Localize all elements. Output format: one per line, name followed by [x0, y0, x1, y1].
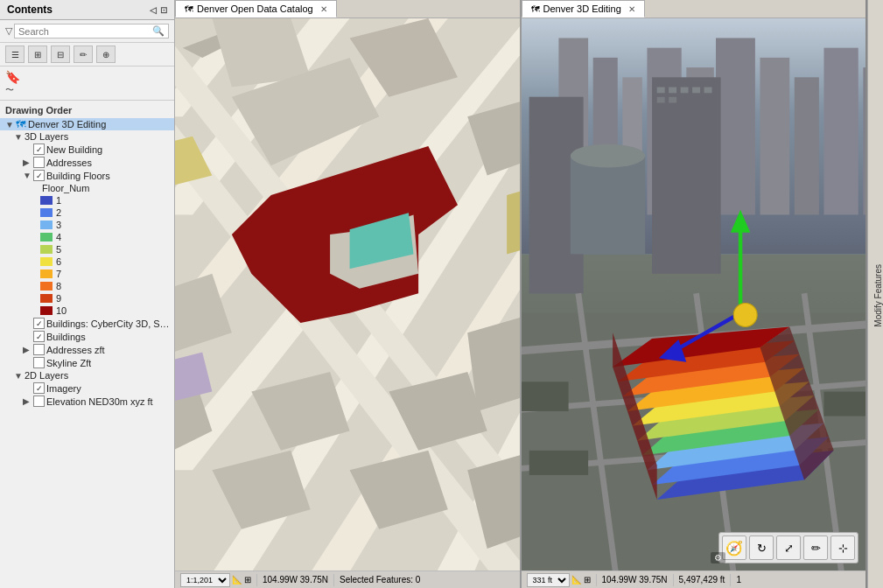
scale-select-3d[interactable]: 331 ft [527, 573, 570, 587]
nav-controls-3d: 🧭 ↻ ⤢ ✏ ⊹ [718, 532, 858, 564]
scale-section-3d: 331 ft 📐 ⊞ [527, 573, 591, 587]
addresses-label: Addresses [46, 158, 92, 168]
svg-marker-28 [507, 186, 519, 255]
map-tab-bar-2d: 🗺 Denver Open Data Catalog ✕ [175, 0, 520, 18]
svg-rect-41 [823, 48, 858, 215]
svg-rect-48 [652, 77, 721, 273]
coords-3d: 104.99W 39.75N [602, 575, 668, 584]
sidebar-menu-icon[interactable]: ⊡ [160, 5, 167, 15]
floor-3-label: 3 [56, 220, 61, 230]
expand-3d-icon[interactable]: ▼ [14, 132, 25, 142]
sidebar-chevron-icon[interactable]: 〜 [5, 85, 14, 94]
swatch-floor-3 [40, 220, 53, 229]
divider3d-2 [673, 574, 674, 586]
map-tab-3d[interactable]: 🗺 Denver 3D Editing ✕ [522, 0, 645, 18]
filter-button[interactable]: ⊟ [51, 46, 70, 63]
scale-icon-1[interactable]: 📐 [232, 575, 242, 584]
status-bar-2d: 1:1,201 📐 ⊞ 104.99W 39.75N Selected Feat… [175, 570, 520, 588]
checkbox-buildings[interactable]: ✓ [33, 331, 45, 342]
floor-5-label: 5 [56, 244, 61, 255]
expand-2d-icon[interactable]: ▼ [14, 371, 25, 381]
buildings-cc-label: Buildings: CyberCity 3D, Sanbor [46, 318, 174, 329]
tree-item-elevation[interactable]: ▶ Elevation NED30m xyz ft [0, 395, 174, 408]
tree-item-building-floors[interactable]: ▼ ✓ Building Floors [0, 169, 174, 182]
tree-item-addresses-zft[interactable]: ▶ Addresses zft [0, 343, 174, 356]
swatch-floor-2 [40, 208, 53, 217]
swatch-floor-6 [40, 257, 53, 266]
tree-floor-num[interactable]: Floor_Num [0, 182, 174, 194]
elevation-3d: 5,497,429 ft [679, 575, 725, 584]
checkbox-building-floors[interactable]: ✓ [33, 170, 45, 181]
map-viewport-3d[interactable]: 🧭 ↻ ⤢ ✏ ⊹ ⚙ 331 ft 📐 [522, 18, 866, 588]
selected-features: Selected Features: 0 [340, 575, 420, 584]
search-input[interactable] [18, 26, 152, 37]
map-viewport-2d[interactable]: 1:1,201 📐 ⊞ 104.99W 39.75N Selected Feat… [175, 18, 520, 588]
sidebar-pin-icon[interactable]: ◁ [150, 5, 157, 15]
map-tab-3d-close[interactable]: ✕ [628, 4, 635, 14]
checkbox-imagery[interactable]: ✓ [33, 382, 45, 394]
floor-10-label: 10 [56, 305, 67, 316]
sidebar-content: Drawing Order ▼ 🗺 Denver 3D Editing ▼ 3D… [0, 101, 174, 588]
2d-layers-label: 2D Layers [25, 370, 68, 381]
scale-icon-2[interactable]: ⊞ [244, 575, 251, 584]
floor-2-label: 2 [56, 207, 61, 218]
swatch-floor-1 [40, 196, 53, 205]
map-tab-2d[interactable]: 🗺 Denver Open Data Catalog ✕ [175, 0, 337, 18]
tree-item-skyline-zft[interactable]: Skyline Zft [0, 356, 174, 369]
expand-addresses[interactable]: ▶ [23, 158, 33, 167]
expand-building-floors[interactable]: ▼ [23, 171, 33, 180]
add-button[interactable]: ⊕ [96, 46, 116, 63]
svg-rect-53 [704, 88, 711, 94]
tree-item-addresses[interactable]: ▶ Addresses [0, 156, 174, 169]
checkbox-addresses[interactable] [33, 157, 45, 168]
scale-select[interactable]: 1:1,201 [180, 573, 230, 587]
floor-4-label: 4 [56, 232, 61, 242]
legend-floor-8: 8 [0, 280, 174, 292]
tree-item-imagery[interactable]: ✓ Imagery [0, 382, 174, 395]
addresses-zft-label: Addresses zft [46, 345, 105, 355]
expand-root-icon[interactable]: ▼ [5, 120, 16, 130]
nav-btn-edit[interactable]: ✏ [803, 536, 828, 560]
checkbox-new-building[interactable]: ✓ [33, 144, 45, 155]
search-icon: 🔍 [152, 25, 165, 37]
checkbox-buildings-cc[interactable]: ✓ [33, 318, 45, 329]
scale-3d-icon1[interactable]: 📐 [571, 575, 582, 584]
table-view-button[interactable]: ⊞ [28, 46, 47, 63]
tree-3d-layers[interactable]: ▼ 3D Layers [0, 130, 174, 143]
floor-6-label: 6 [56, 256, 61, 267]
floor-7-label: 7 [56, 269, 61, 279]
map-panel-3d: 🗺 Denver 3D Editing ✕ [522, 0, 868, 588]
tree-item-buildings[interactable]: ✓ Buildings [0, 330, 174, 343]
nav-btn-compass[interactable]: 🧭 [722, 536, 746, 560]
map-tab-2d-close[interactable]: ✕ [320, 4, 327, 14]
checkbox-addresses-zft[interactable] [33, 344, 45, 355]
edit-button[interactable]: ✏ [74, 46, 93, 63]
checkbox-skyline[interactable] [33, 357, 45, 368]
expand-addresses-zft[interactable]: ▶ [23, 345, 33, 354]
filter-icon[interactable]: ▽ [5, 25, 12, 37]
tree-item-new-building[interactable]: ✓ New Building [0, 143, 174, 156]
list-view-button[interactable]: ☰ [5, 46, 25, 63]
tree-2d-layers[interactable]: ▼ 2D Layers [0, 369, 174, 382]
gear-icon-3d[interactable]: ⚙ [711, 552, 725, 564]
tree-item-buildings-cc[interactable]: ✓ Buildings: CyberCity 3D, Sanbor [0, 317, 174, 330]
svg-rect-51 [680, 88, 688, 94]
svg-rect-66 [529, 451, 587, 475]
map-icon-2d: 🗺 [185, 4, 193, 14]
nav-btn-rotate[interactable]: ↻ [749, 536, 774, 560]
expand-elevation[interactable]: ▶ [23, 396, 33, 406]
legend-floor-1: 1 [0, 194, 174, 206]
map-2d-canvas [175, 18, 520, 588]
checkbox-elevation[interactable] [33, 396, 45, 407]
swatch-floor-9 [40, 294, 53, 303]
swatch-floor-10 [40, 306, 53, 315]
floor-8-label: 8 [56, 281, 61, 291]
right-strip: Modify Features [867, 0, 883, 588]
nav-btn-select[interactable]: ⊹ [830, 536, 855, 560]
legend-floor-4: 4 [0, 231, 174, 243]
svg-rect-64 [823, 392, 865, 416]
scale-3d-icon2[interactable]: ⊞ [584, 575, 591, 584]
tree-root-item[interactable]: ▼ 🗺 Denver 3D Editing [0, 118, 174, 130]
nav-btn-extent[interactable]: ⤢ [776, 536, 801, 560]
root-label: Denver 3D Editing [28, 119, 106, 130]
